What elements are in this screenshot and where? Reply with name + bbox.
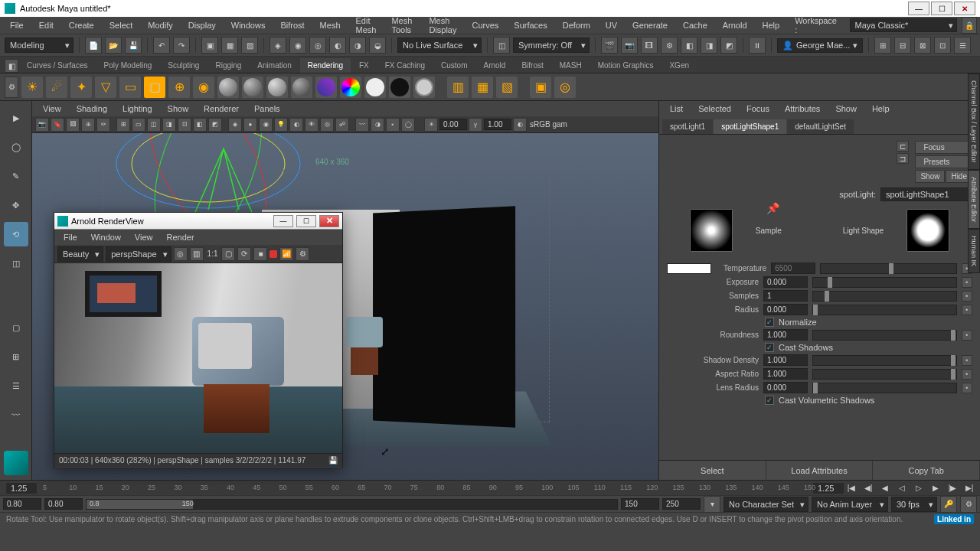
attr-tab-spotlight[interactable]: spotLight1 (662, 119, 713, 134)
outliner-button[interactable]: ☰ (4, 373, 28, 398)
select-hierarchy-button[interactable]: ▣ (201, 37, 218, 54)
menu-file[interactable]: File (3, 18, 31, 32)
surface-shader-icon[interactable] (340, 77, 361, 98)
attr-menu-attributes[interactable]: Attributes (779, 103, 826, 115)
attribute-editor-button[interactable]: ⊠ (914, 37, 931, 54)
point-light-icon[interactable]: ✦ (70, 77, 92, 98)
shelf-tab-rigging[interactable]: Rigging (207, 58, 249, 73)
go-to-end-button[interactable]: ▶| (962, 482, 977, 494)
menu-select[interactable]: Select (103, 18, 140, 32)
shelf-tab-custom[interactable]: Custom (433, 58, 475, 73)
vp-bookmark[interactable]: 🔖 (51, 118, 64, 132)
aspectratio-field[interactable]: 1.000 (763, 368, 808, 380)
vp-textured[interactable]: ◉ (259, 118, 273, 132)
new-scene-button[interactable]: 📄 (85, 37, 102, 54)
arnold-refresh-button[interactable]: ⟳ (237, 247, 251, 261)
shelf-tab-animation[interactable]: Animation (250, 58, 299, 73)
save-scene-button[interactable]: 💾 (125, 37, 142, 54)
symmetry-dropdown[interactable]: Symmetry: Off (513, 37, 590, 53)
arnold-menu-window[interactable]: Window (85, 231, 127, 243)
attr-menu-list[interactable]: List (664, 103, 689, 115)
redo-button[interactable]: ↷ (173, 37, 190, 54)
menu-cache[interactable]: Cache (676, 18, 714, 32)
view-menu-shading[interactable]: Shading (70, 103, 113, 115)
live-surface-dropdown[interactable]: No Live Surface (397, 37, 482, 53)
samples-map-button[interactable]: ▪ (962, 291, 972, 302)
menu-editmesh[interactable]: Edit Mesh (349, 14, 384, 37)
menu-surfaces[interactable]: Surfaces (507, 18, 554, 32)
snap-grid-button[interactable]: ◈ (270, 37, 286, 54)
vp-exposure-icon[interactable]: ☀ (424, 118, 438, 132)
vp-isolate[interactable]: 👁 (305, 118, 318, 132)
layered-icon[interactable] (389, 77, 410, 98)
view-menu-renderer[interactable]: Renderer (198, 103, 245, 115)
vp-film-gate[interactable]: ▭ (132, 118, 145, 132)
ramp-icon[interactable] (315, 77, 337, 98)
snap-point-button[interactable]: ◎ (309, 37, 326, 54)
account-button[interactable]: 👤 George Mae... ▾ (777, 38, 863, 53)
emitter-icon[interactable]: ⊕ (168, 77, 190, 98)
history-toggle-button[interactable]: ◫ (493, 37, 510, 54)
arnold-ipr-button[interactable]: 📶 (279, 247, 293, 261)
menuset-dropdown[interactable]: Modeling (5, 37, 74, 53)
menu-modify[interactable]: Modify (141, 18, 179, 32)
vp-2d-pan[interactable]: ⊕ (81, 118, 95, 132)
shelf-tab-motiongfx[interactable]: Motion Graphics (590, 58, 662, 73)
range-options-button[interactable]: ▾ (704, 496, 720, 513)
attr-menu-focus[interactable]: Focus (740, 103, 776, 115)
temperature-field[interactable]: 6500 (771, 262, 815, 274)
animlayer-dropdown[interactable]: No Anim Layer (812, 497, 888, 512)
arnold-region-button[interactable]: ◎ (174, 247, 188, 261)
phong-icon[interactable] (266, 77, 288, 98)
usebackground-icon[interactable] (413, 77, 435, 98)
spot-light-icon[interactable]: ▽ (95, 77, 116, 98)
attr-pin-icon[interactable]: ⊏ (897, 141, 909, 152)
vp-shadows[interactable]: ◐ (289, 118, 303, 132)
shelf-tab-mash[interactable]: MASH (552, 58, 590, 73)
sample-swatch[interactable] (690, 209, 733, 252)
area-light-icon[interactable]: ▭ (119, 77, 141, 98)
menu-create[interactable]: Create (62, 18, 101, 32)
arnold-close-button[interactable]: ✕ (319, 215, 339, 227)
arnold-stop-button[interactable]: ■ (253, 247, 267, 261)
graph-editor-button[interactable]: 〰 (4, 403, 28, 427)
menu-windows[interactable]: Windows (224, 18, 273, 32)
samples-slider[interactable] (812, 291, 957, 302)
lasso-tool[interactable]: ◯ (4, 135, 28, 159)
attr-tab-spotlightshape[interactable]: spotLightShape1 (714, 119, 786, 134)
menu-meshtools[interactable]: Mesh Tools (384, 14, 420, 37)
light-editor-button[interactable]: ◩ (720, 37, 737, 54)
arnold-menu-view[interactable]: View (129, 231, 159, 243)
attr-menu-selected[interactable]: Selected (692, 103, 737, 115)
attr-select-button[interactable]: Select (659, 461, 766, 480)
arnold-save-icon[interactable]: 💾 (328, 456, 338, 465)
open-scene-button[interactable]: 📂 (105, 37, 122, 54)
humanik-button[interactable]: ⊟ (894, 37, 911, 54)
attr-copytab-button[interactable]: Copy Tab (873, 461, 980, 480)
channel-box-button[interactable]: ☰ (954, 37, 971, 54)
modeling-toolkit-button[interactable]: ⊞ (874, 37, 891, 54)
tool-settings-button[interactable]: ⊡ (934, 37, 951, 54)
radius-slider[interactable] (812, 305, 957, 315)
render-frame-button[interactable]: 🎬 (601, 37, 618, 54)
light-linking-icon[interactable]: ◉ (193, 77, 214, 98)
paint-select-tool[interactable]: ✎ (4, 164, 28, 188)
lambert-icon[interactable] (242, 77, 263, 98)
vp-xray-joints[interactable]: ☍ (335, 118, 349, 132)
batch-render-icon[interactable]: ▣ (530, 77, 551, 98)
view-menu-view[interactable]: View (37, 103, 67, 115)
four-pane-button[interactable]: ⊞ (4, 344, 28, 369)
side-tab-attreditor[interactable]: Attribute Editor (968, 170, 980, 230)
snap-plane-button[interactable]: ◐ (329, 37, 346, 54)
charset-dropdown[interactable]: No Character Set (724, 497, 808, 512)
current-frame-field[interactable]: 1.25 (813, 483, 844, 494)
collection-icon[interactable]: ▧ (496, 77, 518, 98)
vp-camera-select[interactable]: 📷 (35, 118, 49, 132)
node-name-field[interactable]: spotLightShape1 (880, 187, 972, 201)
menu-display[interactable]: Display (181, 18, 223, 32)
view-menu-show[interactable]: Show (162, 103, 195, 115)
shelf-tab-sculpt[interactable]: Sculpting (160, 58, 207, 73)
radius-map-button[interactable]: ▪ (962, 305, 972, 315)
shelf-tab-fx[interactable]: FX (351, 58, 377, 73)
attr-menu-help[interactable]: Help (866, 103, 896, 115)
